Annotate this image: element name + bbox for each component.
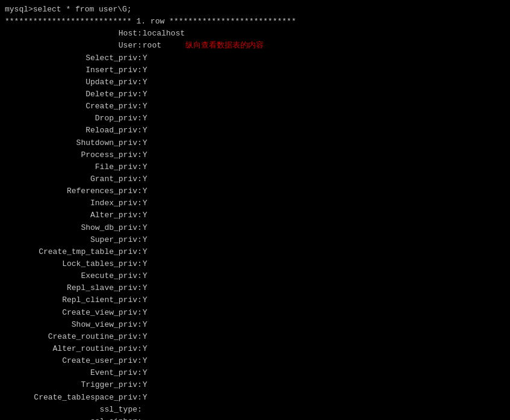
field-colon: : bbox=[137, 331, 142, 343]
table-row: Delete_priv: Y bbox=[5, 88, 505, 100]
field-label: Create_user_priv bbox=[5, 355, 137, 367]
field-label: Create_tmp_table_priv bbox=[5, 246, 137, 258]
field-value: Y bbox=[143, 234, 148, 246]
field-colon: : bbox=[137, 258, 142, 270]
field-value: Y bbox=[143, 355, 148, 367]
field-value: Y bbox=[143, 173, 148, 185]
table-row: Super_priv: Y bbox=[5, 234, 505, 246]
field-value: Y bbox=[143, 392, 148, 404]
field-value: Y bbox=[143, 319, 148, 331]
field-colon: : bbox=[137, 52, 142, 64]
field-colon: : bbox=[137, 222, 142, 234]
field-value: Y bbox=[143, 331, 148, 343]
field-value: Y bbox=[143, 149, 148, 161]
annotation-text: 纵向查看数据表的内容 bbox=[185, 40, 264, 52]
field-label: Super_priv bbox=[5, 234, 137, 246]
field-label: ssl_type bbox=[5, 404, 137, 416]
field-value: Y bbox=[143, 222, 148, 234]
table-row: ssl_cipher: bbox=[5, 416, 505, 420]
field-label: Repl_slave_priv bbox=[5, 282, 137, 294]
table-row: Select_priv: Y bbox=[5, 52, 505, 64]
field-label: Execute_priv bbox=[5, 270, 137, 282]
field-label: Event_priv bbox=[5, 367, 137, 379]
table-row: Create_routine_priv: Y bbox=[5, 331, 505, 343]
field-label: Delete_priv bbox=[5, 88, 137, 100]
field-value: Y bbox=[143, 137, 148, 149]
field-colon: : bbox=[137, 125, 142, 137]
table-row: Create_tablespace_priv: Y bbox=[5, 392, 505, 404]
field-label: Update_priv bbox=[5, 76, 137, 88]
field-value: Y bbox=[143, 379, 148, 391]
table-row: Alter_priv: Y bbox=[5, 209, 505, 221]
table-row: Process_priv: Y bbox=[5, 149, 505, 161]
field-value: Y bbox=[143, 367, 148, 379]
table-row: References_priv: Y bbox=[5, 185, 505, 197]
field-label: Process_priv bbox=[5, 149, 137, 161]
table-row: Show_db_priv: Y bbox=[5, 222, 505, 234]
table-row: Trigger_priv: Y bbox=[5, 379, 505, 391]
field-colon: : bbox=[137, 40, 142, 52]
table-row: Create_view_priv: Y bbox=[5, 307, 505, 319]
field-label: Lock_tables_priv bbox=[5, 258, 137, 270]
terminal: mysql> select * from user\G; ***********… bbox=[5, 4, 505, 420]
field-colon: : bbox=[137, 113, 142, 125]
field-label: Grant_priv bbox=[5, 173, 137, 185]
field-colon: : bbox=[137, 185, 142, 197]
field-label: Create_routine_priv bbox=[5, 331, 137, 343]
table-row: Insert_priv: Y bbox=[5, 64, 505, 76]
field-value: Y bbox=[143, 209, 148, 221]
field-label: User bbox=[5, 40, 137, 52]
field-label: Insert_priv bbox=[5, 64, 137, 76]
field-colon: : bbox=[137, 64, 142, 76]
field-colon: : bbox=[137, 294, 142, 306]
table-row: User: root纵向查看数据表的内容 bbox=[5, 40, 505, 52]
table-row: Reload_priv: Y bbox=[5, 125, 505, 137]
field-label: References_priv bbox=[5, 185, 137, 197]
field-colon: : bbox=[137, 234, 142, 246]
field-colon: : bbox=[137, 319, 142, 331]
field-label: Create_view_priv bbox=[5, 307, 137, 319]
field-label: Index_priv bbox=[5, 197, 137, 209]
field-label: Reload_priv bbox=[5, 125, 137, 137]
field-label: Show_view_priv bbox=[5, 319, 137, 331]
table-row: Create_priv: Y bbox=[5, 100, 505, 113]
field-value: Y bbox=[143, 52, 148, 64]
field-colon: : bbox=[137, 209, 142, 221]
field-colon: : bbox=[137, 76, 142, 88]
field-value: Y bbox=[143, 258, 148, 270]
field-colon: : bbox=[137, 137, 142, 149]
field-value: Y bbox=[143, 197, 148, 209]
table-row: Repl_slave_priv: Y bbox=[5, 282, 505, 294]
table-row: Event_priv: Y bbox=[5, 367, 505, 379]
table-row: Repl_client_priv: Y bbox=[5, 294, 505, 306]
field-colon: : bbox=[137, 404, 142, 416]
field-value: Y bbox=[143, 270, 148, 282]
field-label: Alter_priv bbox=[5, 209, 137, 221]
field-colon: : bbox=[137, 355, 142, 367]
field-value: Y bbox=[143, 282, 148, 294]
field-colon: : bbox=[137, 270, 142, 282]
command-text: select * from user\G; bbox=[33, 4, 132, 16]
field-colon: : bbox=[137, 282, 142, 294]
field-value: Y bbox=[143, 185, 148, 197]
field-colon: : bbox=[137, 392, 142, 404]
field-colon: : bbox=[137, 246, 142, 258]
field-label: Create_tablespace_priv bbox=[5, 392, 137, 404]
field-label: Trigger_priv bbox=[5, 379, 137, 391]
table-row: Grant_priv: Y bbox=[5, 173, 505, 185]
field-value: Y bbox=[143, 161, 148, 173]
field-value: Y bbox=[143, 76, 148, 88]
table-row: Create_user_priv: Y bbox=[5, 355, 505, 367]
command-line: mysql> select * from user\G; bbox=[5, 4, 505, 16]
field-colon: : bbox=[137, 197, 142, 209]
table-row: Host: localhost bbox=[5, 28, 505, 40]
field-label: Select_priv bbox=[5, 52, 137, 64]
table-row: Drop_priv: Y bbox=[5, 113, 505, 125]
field-colon: : bbox=[137, 100, 142, 113]
field-colon: : bbox=[137, 379, 142, 391]
table-row: Update_priv: Y bbox=[5, 76, 505, 88]
field-value: Y bbox=[143, 246, 148, 258]
table-row: Shutdown_priv: Y bbox=[5, 137, 505, 149]
field-label: Repl_client_priv bbox=[5, 294, 137, 306]
field-label: Drop_priv bbox=[5, 113, 137, 125]
